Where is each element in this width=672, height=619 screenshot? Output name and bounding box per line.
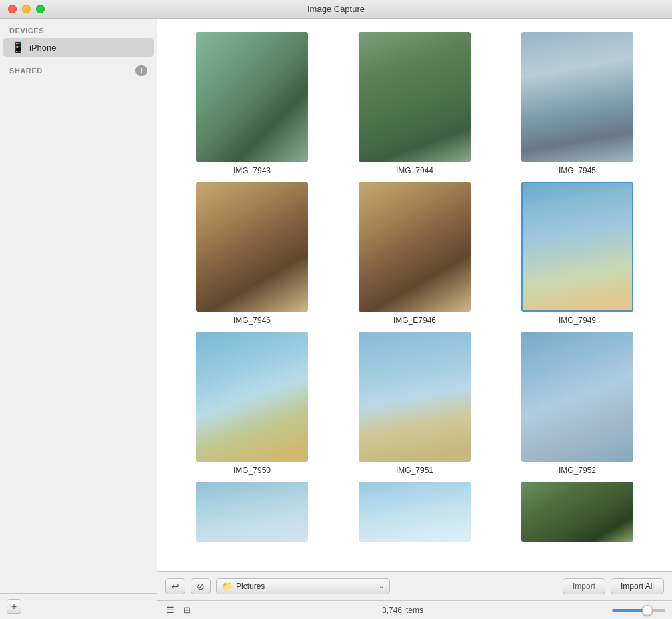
photo-label-7951: IMG_7951 bbox=[396, 466, 433, 475]
status-bar: ☰ ⊞ 3,746 items bbox=[157, 600, 672, 619]
photo-thumb-7946 bbox=[196, 182, 308, 312]
photo-thumb-7954 bbox=[359, 482, 471, 542]
app-body: DEVICES 📱 iPhone SHARED 1 + IMG_7943 IMG… bbox=[0, 19, 672, 619]
undo-icon: ↩ bbox=[171, 581, 179, 592]
photo-item-7954[interactable] bbox=[340, 482, 489, 542]
zoom-slider-container bbox=[612, 609, 665, 612]
stop-icon: ⊘ bbox=[197, 581, 205, 592]
import-all-button[interactable]: Import All bbox=[611, 578, 664, 594]
photo-thumb-7952 bbox=[521, 332, 633, 462]
photo-item-7945[interactable]: IMG_7945 bbox=[503, 32, 652, 175]
grid-view-button[interactable]: ⊞ bbox=[180, 604, 193, 616]
photo-label-7949: IMG_7949 bbox=[559, 316, 596, 325]
add-device-button[interactable]: + bbox=[7, 599, 21, 614]
photo-thumb-7949 bbox=[521, 182, 633, 312]
close-button[interactable] bbox=[8, 5, 17, 13]
photo-thumb-7945 bbox=[521, 32, 633, 162]
stop-button[interactable]: ⊘ bbox=[191, 578, 211, 594]
photo-label-e7946: IMG_E7946 bbox=[393, 316, 436, 325]
destination-label: Pictures bbox=[236, 582, 375, 591]
photo-item-7952[interactable]: IMG_7952 bbox=[503, 332, 652, 475]
photo-item-7944[interactable]: IMG_7944 bbox=[340, 32, 489, 175]
photo-item-7953[interactable] bbox=[177, 482, 327, 542]
photo-thumb-7943 bbox=[196, 32, 308, 162]
chevron-icon: ⌄ bbox=[379, 582, 384, 590]
folder-icon: 📁 bbox=[222, 581, 233, 591]
shared-label: SHARED bbox=[9, 67, 135, 75]
photo-label-7944: IMG_7944 bbox=[396, 166, 433, 175]
photo-grid[interactable]: IMG_7943 IMG_7944 IMG_7945 IMG_7946 IMG_… bbox=[157, 19, 672, 571]
photo-thumb-7944 bbox=[359, 32, 471, 162]
sidebar: DEVICES 📱 iPhone SHARED 1 + bbox=[0, 19, 157, 619]
photo-thumb-e7946 bbox=[359, 182, 471, 312]
photo-thumb-7951 bbox=[359, 332, 471, 462]
photo-item-7943[interactable]: IMG_7943 bbox=[177, 32, 327, 175]
list-view-button[interactable]: ☰ bbox=[164, 604, 177, 616]
window-title: Image Capture bbox=[307, 4, 365, 14]
photo-item-7955[interactable] bbox=[503, 482, 652, 542]
destination-select[interactable]: 📁 Pictures ⌄ bbox=[216, 578, 390, 594]
photo-item-e7946[interactable]: IMG_E7946 bbox=[340, 182, 489, 325]
main-content: IMG_7943 IMG_7944 IMG_7945 IMG_7946 IMG_… bbox=[157, 19, 672, 619]
iphone-icon: 📱 bbox=[12, 41, 24, 53]
photo-label-7945: IMG_7945 bbox=[559, 166, 596, 175]
zoom-slider[interactable] bbox=[612, 609, 665, 612]
items-count: 3,746 items bbox=[199, 606, 607, 615]
photo-thumb-7953 bbox=[196, 482, 308, 542]
sidebar-bottom: + bbox=[0, 593, 157, 619]
import-all-label: Import All bbox=[621, 582, 654, 591]
photo-thumb-7955 bbox=[521, 482, 633, 542]
shared-badge: 1 bbox=[135, 65, 147, 76]
sidebar-item-iphone[interactable]: 📱 iPhone bbox=[3, 38, 154, 57]
sidebar-iphone-label: iPhone bbox=[29, 43, 56, 53]
photo-label-7950: IMG_7950 bbox=[233, 466, 271, 475]
view-icons[interactable]: ☰ ⊞ bbox=[164, 604, 193, 616]
window-controls[interactable] bbox=[8, 5, 45, 13]
photo-thumb-7950 bbox=[196, 332, 308, 462]
photo-item-7950[interactable]: IMG_7950 bbox=[177, 332, 327, 475]
photo-label-7952: IMG_7952 bbox=[559, 466, 596, 475]
undo-button[interactable]: ↩ bbox=[165, 578, 185, 594]
import-label: Import bbox=[573, 582, 595, 591]
photo-label-7943: IMG_7943 bbox=[233, 166, 271, 175]
title-bar: Image Capture bbox=[0, 0, 672, 19]
photo-item-7949[interactable]: IMG_7949 bbox=[503, 182, 652, 325]
photo-item-7946[interactable]: IMG_7946 bbox=[177, 182, 327, 325]
import-button[interactable]: Import bbox=[563, 578, 605, 594]
photo-item-7951[interactable]: IMG_7951 bbox=[340, 332, 489, 475]
bottom-toolbar: ↩ ⊘ 📁 Pictures ⌄ Import Import All bbox=[157, 571, 672, 600]
maximize-button[interactable] bbox=[36, 5, 45, 13]
shared-section-header: SHARED 1 bbox=[0, 57, 157, 79]
devices-section-header: DEVICES bbox=[0, 19, 157, 37]
photo-label-7946: IMG_7946 bbox=[233, 316, 271, 325]
minimize-button[interactable] bbox=[22, 5, 31, 13]
